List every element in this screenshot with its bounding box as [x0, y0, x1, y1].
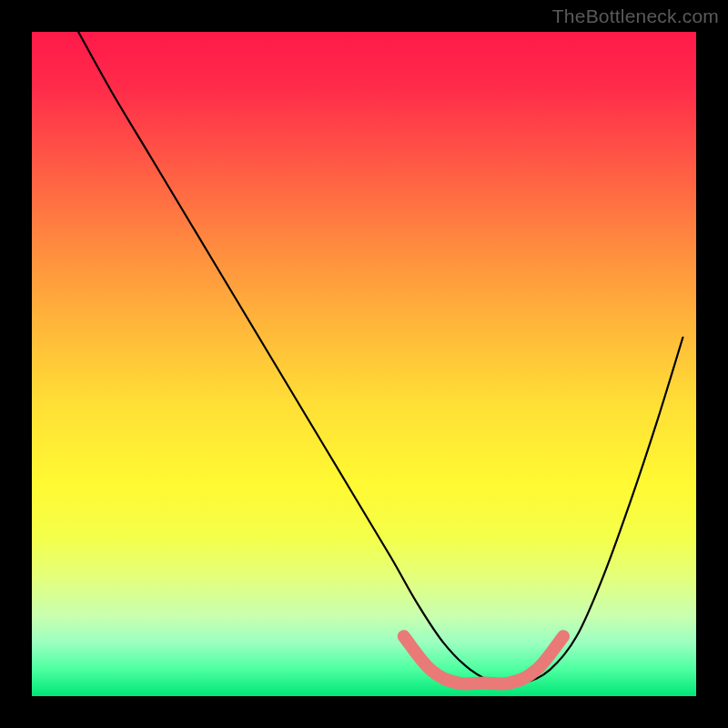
plot-area [32, 32, 696, 696]
watermark-text: TheBottleneck.com [552, 5, 719, 27]
curve-line [78, 32, 682, 684]
chart-overlay [32, 32, 696, 696]
chart-canvas: TheBottleneck.com [0, 0, 728, 728]
